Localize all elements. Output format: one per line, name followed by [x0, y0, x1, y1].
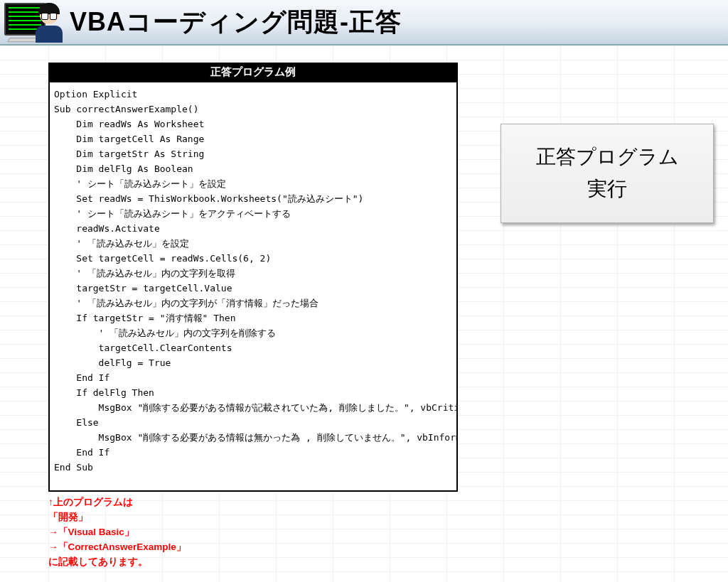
note-line: に記載してあります。: [48, 554, 458, 569]
code-line: End If: [54, 370, 452, 385]
code-section: 正答プログラム例 Option ExplicitSub correctAnswe…: [48, 63, 458, 569]
code-line: MsgBox "削除する必要がある情報が記載されていた為, 削除しました。", …: [54, 400, 452, 415]
code-line: ' 「読み込みセル」内の文字列を取得: [54, 266, 452, 281]
code-line: Dim readWs As Worksheet: [54, 117, 452, 131]
code-line: End Sub: [54, 460, 452, 475]
code-line: ' シート「読み込みシート」を設定: [54, 176, 452, 191]
code-line: ' 「読み込みセル」内の文字列が「消す情報」だった場合: [54, 296, 452, 311]
spreadsheet-area: 正答プログラム例 Option ExplicitSub correctAnswe…: [0, 45, 728, 582]
code-line: Set targetCell = readWs.Cells(6, 2): [54, 251, 452, 266]
code-line: targetStr = targetCell.Value: [54, 281, 452, 296]
run-answer-button[interactable]: 正答プログラム 実行: [500, 124, 714, 223]
code-line: targetCell.ClearContents: [54, 340, 452, 355]
code-line: Dim delFlg As Boolean: [54, 161, 452, 176]
page-title: VBAコーディング問題-正答: [70, 5, 402, 40]
code-line: If targetStr = "消す情報" Then: [54, 311, 452, 325]
code-line: Dim targetStr As String: [54, 146, 452, 161]
code-line: Option Explicit: [54, 87, 452, 102]
note-line: →「CorrectAnswerExample」: [48, 539, 458, 554]
note-line: 「開発」: [48, 510, 458, 524]
code-title: 正答プログラム例: [48, 63, 458, 82]
code-line: Set readWs = ThisWorkbook.Worksheets("読み…: [54, 191, 452, 206]
code-line: delFlg = True: [54, 355, 452, 370]
page-header: VBAコーディング問題-正答: [0, 0, 728, 45]
code-line: Else: [54, 415, 452, 430]
code-line: readWs.Activate: [54, 221, 452, 236]
run-answer-button-label: 正答プログラム 実行: [536, 141, 679, 205]
programmer-icon: [3, 1, 65, 43]
code-line: ' 「読み込みセル」を設定: [54, 236, 452, 251]
code-line: MsgBox "削除する必要がある情報は無かった為 , 削除していません。", …: [54, 430, 452, 445]
code-line: End If: [54, 445, 452, 460]
code-box: Option ExplicitSub correctAnswerExample(…: [48, 82, 458, 492]
notes-section: ↑上のプログラムは「開発」→「Visual Basic」→「CorrectAns…: [48, 495, 458, 569]
code-line: If delFlg Then: [54, 385, 452, 400]
note-line: →「Visual Basic」: [48, 524, 458, 539]
code-line: Dim targetCell As Range: [54, 131, 452, 146]
code-line: ' シート「読み込みシート」をアクティベートする: [54, 206, 452, 221]
code-line: ' 「読み込みセル」内の文字列を削除する: [54, 325, 452, 340]
note-line: ↑上のプログラムは: [48, 495, 458, 510]
code-line: Sub correctAnswerExample(): [54, 102, 452, 117]
